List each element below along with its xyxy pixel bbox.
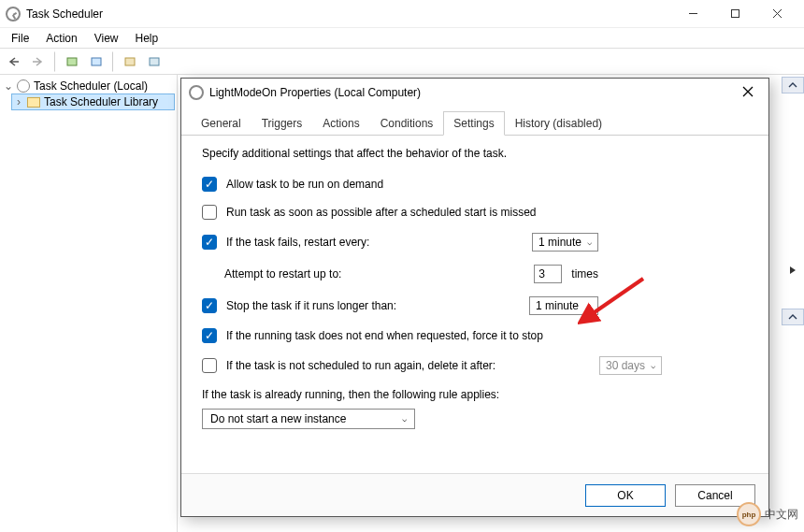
sidebar-play-icon[interactable] bbox=[782, 243, 804, 297]
label-stop-longer: Stop the task if it runs longer than: bbox=[226, 299, 396, 312]
input-attempt-count[interactable] bbox=[534, 265, 562, 283]
checkbox-stop-longer[interactable] bbox=[202, 298, 217, 313]
label-restart: If the task fails, restart every: bbox=[226, 236, 369, 249]
window-titlebar: Task Scheduler bbox=[0, 0, 804, 28]
tab-settings[interactable]: Settings bbox=[443, 111, 504, 136]
watermark-text: 中文网 bbox=[765, 507, 798, 523]
toolbar-icon-1[interactable] bbox=[62, 51, 82, 72]
tab-conditions[interactable]: Conditions bbox=[370, 111, 444, 136]
tab-actions[interactable]: Actions bbox=[312, 111, 369, 136]
dialog-close-button[interactable] bbox=[735, 80, 761, 105]
sidebar-collapse-2[interactable] bbox=[782, 309, 804, 325]
toolbar-icon-2[interactable] bbox=[86, 51, 107, 72]
toolbar bbox=[0, 49, 804, 75]
menu-file[interactable]: File bbox=[4, 30, 36, 47]
folder-icon bbox=[27, 97, 40, 108]
tab-general[interactable]: General bbox=[191, 111, 251, 136]
tree-root-label: Task Scheduler (Local) bbox=[34, 79, 148, 93]
checkbox-restart[interactable] bbox=[202, 235, 217, 250]
label-times: times bbox=[571, 267, 598, 280]
dropdown-restart-value: 1 minute bbox=[538, 236, 581, 249]
label-delete-after: If the task is not scheduled to run agai… bbox=[226, 359, 495, 372]
menu-action[interactable]: Action bbox=[38, 30, 84, 47]
dropdown-restart-interval[interactable]: 1 minute ⌵ bbox=[532, 233, 598, 252]
dropdown-delete-after-value: 30 days bbox=[606, 359, 645, 372]
dialog-body: Specify additional settings that affect … bbox=[181, 136, 768, 437]
svg-rect-6 bbox=[125, 58, 135, 65]
checkbox-allow-demand[interactable] bbox=[202, 177, 217, 192]
dialog-footer: OK Cancel bbox=[181, 473, 768, 516]
checkbox-delete-after[interactable] bbox=[202, 358, 217, 373]
chevron-down-icon: ⌵ bbox=[587, 237, 592, 247]
toolbar-icon-4[interactable] bbox=[144, 51, 165, 72]
toolbar-icon-3[interactable] bbox=[120, 51, 140, 72]
checkbox-run-asap[interactable] bbox=[202, 205, 217, 220]
checkbox-force-stop[interactable] bbox=[202, 328, 217, 343]
settings-intro: Specify additional settings that affect … bbox=[202, 147, 748, 160]
dropdown-rule-value: Do not start a new instance bbox=[210, 412, 346, 425]
close-button[interactable] bbox=[756, 1, 798, 27]
sidebar-collapse-1[interactable] bbox=[782, 77, 804, 93]
dropdown-rule[interactable]: Do not start a new instance ⌵ bbox=[202, 409, 415, 429]
ok-button[interactable]: OK bbox=[585, 484, 666, 507]
dialog-title: LightModeOn Properties (Local Computer) bbox=[209, 86, 421, 99]
label-rule: If the task is already running, then the… bbox=[202, 388, 748, 401]
svg-rect-1 bbox=[732, 10, 739, 18]
chevron-down-icon: ⌵ bbox=[587, 301, 592, 310]
app-clock-icon bbox=[6, 7, 21, 22]
tab-triggers[interactable]: Triggers bbox=[251, 111, 313, 136]
dialog-tabs: General Triggers Actions Conditions Sett… bbox=[181, 110, 768, 136]
chevron-down-icon: ⌄ bbox=[4, 79, 13, 93]
label-run-asap: Run task as soon as possible after a sch… bbox=[226, 206, 537, 219]
svg-rect-4 bbox=[67, 58, 77, 65]
right-sidebar bbox=[782, 77, 804, 469]
php-logo-icon: php bbox=[737, 502, 761, 526]
chevron-down-icon: ⌵ bbox=[651, 361, 655, 370]
clock-icon bbox=[189, 85, 204, 100]
dropdown-delete-after: 30 days ⌵ bbox=[599, 356, 662, 375]
chevron-right-icon: › bbox=[14, 95, 23, 108]
clock-icon bbox=[17, 79, 30, 93]
svg-rect-7 bbox=[150, 58, 159, 65]
menu-view[interactable]: View bbox=[87, 30, 126, 47]
label-attempt: Attempt to restart up to: bbox=[224, 267, 341, 280]
watermark: php 中文网 bbox=[737, 502, 798, 526]
toolbar-divider bbox=[112, 51, 114, 72]
dialog-titlebar: LightModeOn Properties (Local Computer) bbox=[181, 79, 768, 107]
svg-rect-5 bbox=[92, 58, 101, 65]
properties-dialog: LightModeOn Properties (Local Computer) … bbox=[180, 78, 769, 517]
dropdown-stop-longer-value: 1 minute bbox=[536, 299, 579, 312]
chevron-down-icon: ⌵ bbox=[402, 414, 407, 424]
tree-root[interactable]: ⌄ Task Scheduler (Local) bbox=[2, 79, 175, 93]
back-button[interactable] bbox=[4, 51, 24, 72]
forward-button[interactable] bbox=[28, 51, 49, 72]
menu-help[interactable]: Help bbox=[128, 30, 166, 47]
tree-library-label: Task Scheduler Library bbox=[44, 95, 158, 108]
minimize-button[interactable] bbox=[672, 1, 714, 27]
window-title: Task Scheduler bbox=[26, 7, 103, 21]
dropdown-stop-longer[interactable]: 1 minute ⌵ bbox=[529, 296, 598, 315]
tree-library[interactable]: › Task Scheduler Library bbox=[11, 93, 175, 110]
label-allow-demand: Allow task to be run on demand bbox=[226, 178, 383, 191]
menu-bar: File Action View Help bbox=[0, 28, 804, 49]
maximize-button[interactable] bbox=[714, 1, 756, 27]
tab-history[interactable]: History (disabled) bbox=[505, 111, 612, 136]
toolbar-divider bbox=[54, 51, 56, 72]
tree-pane: ⌄ Task Scheduler (Local) › Task Schedule… bbox=[0, 75, 178, 532]
label-force-stop: If the running task does not end when re… bbox=[226, 329, 543, 342]
